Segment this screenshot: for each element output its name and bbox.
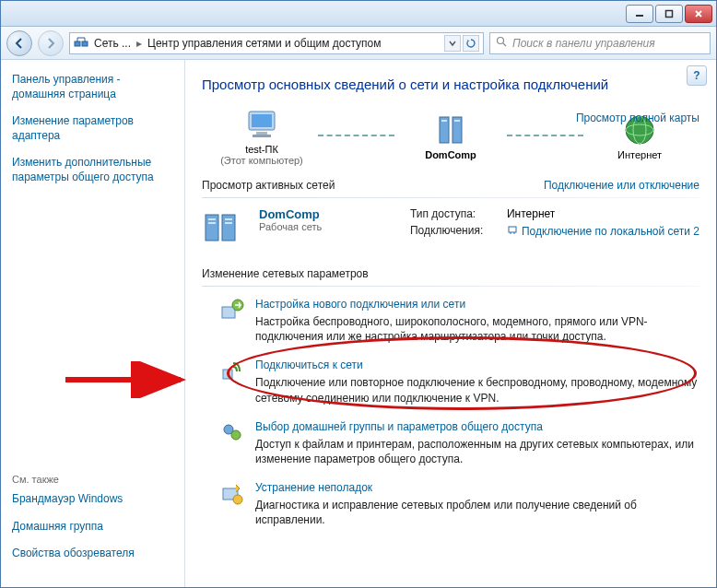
connection-line — [507, 135, 583, 136]
connection-line — [318, 135, 394, 136]
breadcrumb-item[interactable]: Сеть ... — [94, 37, 131, 50]
node-label: Интернет — [617, 149, 662, 160]
search-icon — [496, 36, 507, 50]
connect-icon — [218, 359, 246, 405]
connection-link[interactable]: Подключение по локальной сети 2 — [507, 224, 699, 238]
svg-rect-26 — [208, 222, 216, 224]
homegroup-icon — [218, 420, 246, 466]
svg-rect-27 — [225, 222, 232, 224]
svg-rect-13 — [256, 132, 267, 135]
refresh-button[interactable] — [463, 35, 479, 52]
network-properties: Тип доступа:Интернет Подключения:Подключ… — [410, 207, 699, 251]
node-this-pc[interactable]: test-ПК (Этот компьютер) — [211, 105, 312, 166]
breadcrumb-item[interactable]: Центр управления сетями и общим доступом — [147, 37, 382, 50]
server-icon — [431, 111, 470, 149]
close-button[interactable] — [685, 5, 712, 23]
svg-rect-12 — [252, 114, 272, 127]
ethernet-icon — [507, 224, 518, 238]
main-panel: ? Просмотр основных сведений о сети и на… — [185, 60, 716, 587]
computer-icon — [242, 105, 281, 144]
task-homegroup[interactable]: Выбор домашней группы и параметров общег… — [202, 420, 699, 466]
node-network[interactable]: DomComp — [400, 111, 501, 160]
node-label: DomComp — [425, 149, 476, 160]
network-thumb-icon — [202, 207, 246, 251]
connections-label: Подключения: — [410, 224, 498, 238]
view-full-map-link[interactable]: Просмотр полной карты — [576, 112, 699, 124]
svg-rect-14 — [253, 135, 271, 137]
svg-rect-28 — [509, 227, 516, 232]
svg-rect-33 — [223, 370, 232, 379]
search-placeholder: Поиск в панели управления — [512, 37, 655, 50]
task-link[interactable]: Подключиться к сети — [255, 359, 699, 371]
address-dropdown-button[interactable] — [444, 35, 461, 52]
sidebar-sharing-link[interactable]: Изменить дополнительные параметры общего… — [12, 156, 173, 184]
back-button[interactable] — [6, 30, 32, 56]
node-label: test-ПК — [245, 144, 278, 155]
task-link[interactable]: Выбор домашней группы и параметров общег… — [255, 420, 699, 433]
help-button[interactable]: ? — [687, 65, 707, 86]
task-troubleshoot[interactable]: Устранение неполадокДиагностика и исправ… — [202, 481, 699, 527]
svg-rect-4 — [75, 41, 80, 46]
active-network-block: DomComp Рабочая сеть Тип доступа:Интерне… — [202, 207, 699, 251]
network-kind[interactable]: Рабочая сеть — [259, 221, 397, 232]
svg-point-9 — [498, 38, 504, 44]
connect-disconnect-link[interactable]: Подключение или отключение — [544, 179, 699, 192]
titlebar — [1, 1, 716, 27]
forward-button[interactable] — [38, 30, 64, 56]
minimize-button[interactable] — [626, 5, 653, 23]
change-settings-header: Изменение сетевых параметров — [202, 267, 699, 280]
task-link[interactable]: Устранение неполадок — [255, 481, 699, 494]
network-meta: DomComp Рабочая сеть — [259, 207, 397, 251]
node-sublabel: (Этот компьютер) — [220, 155, 303, 166]
sidebar-homegroup-link[interactable]: Домашняя группа — [12, 520, 173, 535]
divider — [202, 286, 699, 287]
task-description: Доступ к файлам и принтерам, расположенн… — [255, 437, 699, 466]
wizard-icon — [218, 298, 246, 344]
content-area: Панель управления - домашняя страница Из… — [1, 60, 716, 587]
network-name[interactable]: DomComp — [259, 207, 397, 221]
sidebar-adapter-link[interactable]: Изменение параметров адаптера — [12, 114, 173, 143]
troubleshoot-icon — [218, 481, 246, 527]
sidebar-firewall-link[interactable]: Брандмауэр Windows — [12, 492, 173, 507]
page-title: Просмотр основных сведений о сети и наст… — [202, 76, 699, 92]
access-type-value: Интернет — [507, 207, 555, 220]
svg-point-37 — [233, 495, 242, 504]
window-frame: Сеть ... ▸ Центр управления сетями и общ… — [0, 0, 717, 588]
network-icon — [74, 34, 88, 52]
task-description: Настройка беспроводного, широкополосного… — [255, 314, 699, 344]
access-type-label: Тип доступа: — [410, 207, 498, 220]
sidebar-home-link[interactable]: Панель управления - домашняя страница — [12, 73, 173, 101]
svg-rect-5 — [82, 41, 88, 46]
svg-rect-24 — [208, 218, 216, 220]
task-description: Подключение или повторное подключение к … — [255, 375, 699, 405]
sidebar: Панель управления - домашняя страница Из… — [1, 60, 185, 587]
section-title: Просмотр активных сетей — [202, 179, 335, 192]
svg-rect-17 — [441, 120, 447, 122]
svg-line-10 — [503, 43, 506, 46]
task-description: Диагностика и исправление сетевых пробле… — [255, 498, 699, 527]
connection-link-text: Подключение по локальной сети 2 — [522, 225, 699, 238]
maximize-button[interactable] — [655, 5, 683, 23]
active-networks-header: Просмотр активных сетей Подключение или … — [202, 179, 699, 192]
divider — [202, 197, 699, 198]
see-also-header: См. также — [12, 474, 173, 485]
svg-point-35 — [231, 430, 241, 440]
svg-rect-18 — [454, 120, 460, 122]
chevron-right-icon: ▸ — [136, 37, 142, 50]
sidebar-ie-link[interactable]: Свойства обозревателя — [12, 547, 173, 561]
search-input[interactable]: Поиск в панели управления — [489, 32, 711, 54]
task-connect-network[interactable]: Подключиться к сетиПодключение или повто… — [202, 359, 699, 405]
section-title: Изменение сетевых параметров — [202, 267, 369, 280]
task-setup-connection[interactable]: Настройка нового подключения или сетиНас… — [202, 298, 699, 344]
svg-rect-1 — [666, 10, 673, 17]
navbar: Сеть ... ▸ Центр управления сетями и общ… — [1, 27, 716, 60]
tasks-list: Настройка нового подключения или сетиНас… — [202, 298, 699, 528]
address-bar[interactable]: Сеть ... ▸ Центр управления сетями и общ… — [69, 32, 484, 54]
svg-rect-25 — [225, 218, 232, 220]
task-link[interactable]: Настройка нового подключения или сети — [255, 298, 699, 311]
